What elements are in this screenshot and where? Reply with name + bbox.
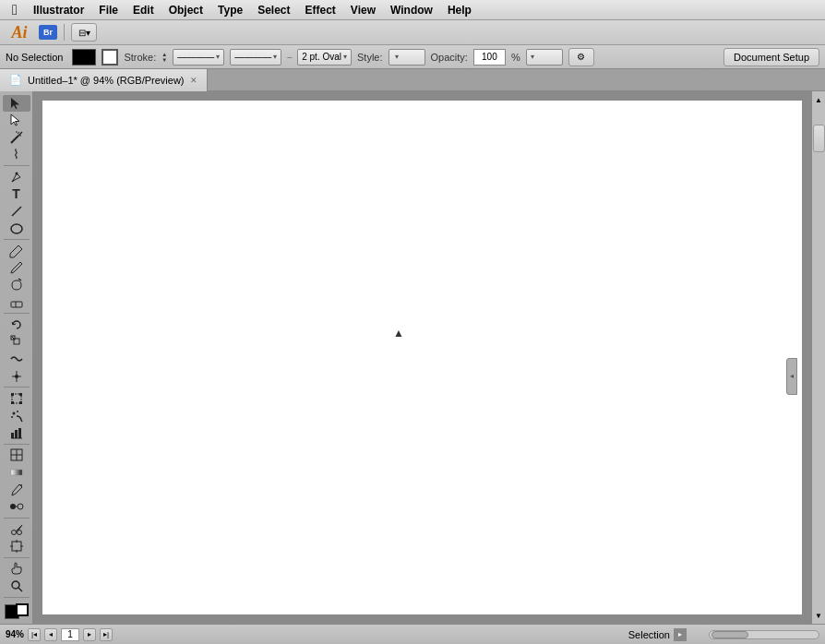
tool-separator-7 [4,557,30,558]
ellipse-tool-button[interactable] [3,221,30,237]
bottom-scroll-thumb[interactable] [711,631,748,638]
rotate-tool-button[interactable] [3,316,30,333]
fill-color-swatch[interactable] [72,49,96,66]
nav-prev-button[interactable]: ◂ [44,628,57,641]
scale-icon [9,334,24,349]
nav-next-button[interactable]: ▸ [83,628,96,641]
svg-rect-20 [11,393,14,396]
scale-tool-button[interactable] [3,334,30,351]
blend-tool-button[interactable] [3,498,30,515]
warp-icon [9,352,24,366]
paintbrush-tool-button[interactable] [3,260,30,277]
mesh-tool-button[interactable] [3,447,30,464]
menu-item-illustrator[interactable]: Illustrator [26,0,91,20]
svg-line-6 [12,180,14,182]
right-scrollbar[interactable]: ▲ ▼ [811,91,825,624]
tool-separator-8 [4,597,30,598]
svg-point-48 [12,581,19,589]
apple-menu-item[interactable]:  [4,0,26,20]
stroke-dashes-dropdown[interactable]: ———— ▾ [230,49,281,66]
options-icon-button[interactable]: ⚙ [568,48,594,66]
pen-tool-icon [9,170,24,185]
direct-selection-tool-button[interactable] [3,113,30,129]
opacity-field[interactable]: 100 [473,49,506,66]
cursor-indicator: ▲ [393,327,404,340]
menu-item-select[interactable]: Select [250,0,297,20]
canvas-area[interactable]: ▲ ◂ [33,91,811,624]
scroll-up-icon: ▲ [815,96,822,104]
svg-line-7 [12,207,21,216]
opacity-value: 100 [482,52,497,62]
stroke-label: Stroke: [124,52,156,63]
selection-tool-icon [9,96,24,111]
artboard-button[interactable] [3,538,30,555]
svg-point-36 [10,504,16,509]
brush-size-dropdown[interactable]: 2 pt. Oval ▾ [297,49,352,66]
line-tool-button[interactable] [3,203,30,220]
document-tab[interactable]: 📄 Untitled–1* @ 94% (RGB/Preview) ✕ [0,69,208,91]
graph-icon [9,425,24,440]
left-toolbar: ⌇ T [0,91,33,624]
nav-last-button[interactable]: ▸| [100,628,113,641]
free-transform-button[interactable] [3,390,30,407]
paintbrush-icon [9,260,24,275]
zoom-tool-button[interactable] [3,578,30,594]
svg-point-26 [11,416,13,418]
menu-item-file[interactable]: File [91,0,126,20]
page-number[interactable]: 1 [61,628,79,641]
tool-options-arrow[interactable]: ▸ [674,628,687,641]
document-setup-button[interactable]: Document Setup [723,48,819,66]
nav-first-button[interactable]: |◂ [28,628,41,641]
svg-point-35 [20,484,22,486]
type-tool-button[interactable]: T [3,186,30,203]
tab-close-button[interactable]: ✕ [190,76,197,85]
magic-wand-button[interactable] [3,129,30,146]
width-tool-button[interactable] [3,368,30,385]
menu-item-view[interactable]: View [343,0,383,20]
graph-tool-button[interactable] [3,424,30,441]
eraser-tool-button[interactable] [3,294,30,311]
scissors-icon [9,522,24,537]
menu-item-window[interactable]: Window [383,0,440,20]
no-selection-label: No Selection [6,52,66,63]
style-dropdown[interactable]: ▾ [389,49,425,66]
scroll-down-button[interactable]: ▼ [813,609,825,622]
selection-tool-button[interactable] [3,95,30,112]
stroke-color-icon[interactable] [102,49,118,66]
bottom-scroll-track[interactable] [709,630,819,639]
svg-rect-28 [15,430,18,438]
scissors-button[interactable] [3,521,30,538]
lasso-tool-button[interactable]: ⌇ [3,147,30,163]
pen-tool-button[interactable] [3,169,30,185]
right-panel-collapse-tab[interactable]: ◂ [786,358,797,395]
bridge-badge[interactable]: Br [39,25,57,40]
blob-brush-button[interactable] [3,277,30,293]
menu-item-edit[interactable]: Edit [126,0,161,20]
symbol-sprayer-button[interactable] [3,408,30,424]
scroll-thumb[interactable] [813,125,825,152]
eyedropper-button[interactable] [3,482,30,498]
width-icon [9,369,24,384]
stroke-swatch-small[interactable] [16,603,29,616]
separator-1 [64,24,65,41]
canvas-content[interactable]: ▲ [42,101,802,614]
pencil-tool-button[interactable] [3,243,30,259]
tab-title: Untitled–1* @ 94% (RGB/Preview) [28,75,185,86]
stroke-width-dropdown[interactable]: ———— ▾ [173,49,224,66]
menu-item-help[interactable]: Help [440,0,479,20]
workspace-switcher[interactable]: ⊟▾ [71,23,97,42]
scroll-up-button[interactable]: ▲ [813,93,825,106]
gradient-tool-button[interactable] [3,464,30,481]
opacity-dropdown[interactable]: ▾ [526,49,563,66]
fill-stroke-area[interactable] [3,602,30,619]
chevron-down-icon-5: ▾ [531,53,534,61]
current-tool-name: Selection [628,629,670,640]
menu-item-object[interactable]: Object [161,0,210,20]
menu-item-type[interactable]: Type [210,0,250,20]
menu-item-effect[interactable]: Effect [298,0,343,20]
hand-tool-button[interactable] [3,561,30,578]
tool-separator-6 [4,518,30,519]
stroke-width-stepper[interactable]: ▲▼ [161,52,167,63]
chevron-down-icon: ▾ [216,53,220,61]
warp-tool-button[interactable] [3,351,30,367]
